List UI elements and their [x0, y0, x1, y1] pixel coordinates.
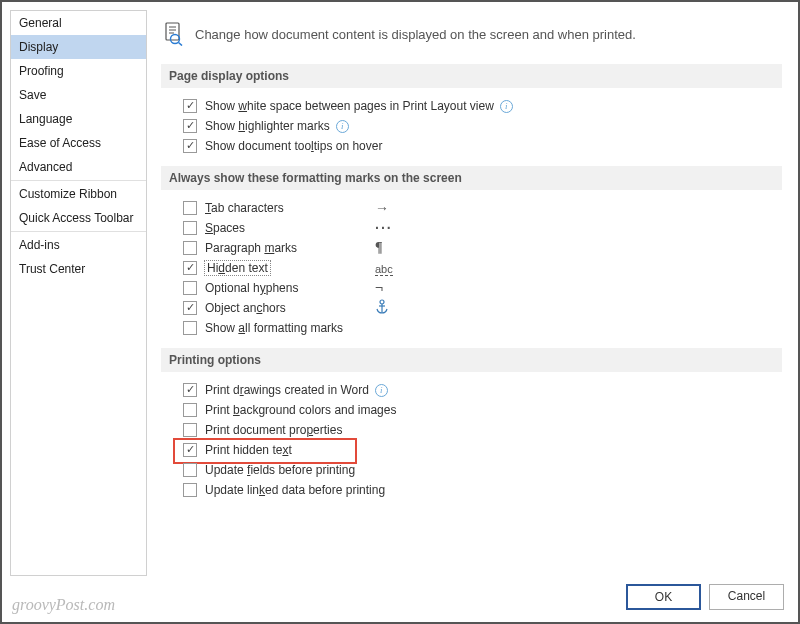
- sidebar-item-save[interactable]: Save: [11, 83, 146, 107]
- sidebar-item-add-ins[interactable]: Add-ins: [11, 233, 146, 257]
- svg-line-5: [179, 43, 183, 46]
- option-label: Object anchors: [205, 301, 286, 315]
- sidebar-item-language[interactable]: Language: [11, 107, 146, 131]
- option-row: Update linked data before printing: [183, 480, 782, 500]
- checkbox[interactable]: [183, 423, 197, 437]
- option-label: Optional hyphens: [205, 281, 298, 295]
- option-row: Paragraph marks¶: [183, 238, 782, 258]
- sidebar-separator: [11, 180, 146, 181]
- info-icon[interactable]: i: [375, 384, 388, 397]
- checkbox[interactable]: [183, 403, 197, 417]
- option-label: Show all formatting marks: [205, 321, 343, 335]
- panel-header: Change how document content is displayed…: [161, 18, 782, 58]
- svg-point-6: [380, 300, 384, 304]
- checkbox[interactable]: [183, 281, 197, 295]
- option-label: Tab characters: [205, 201, 284, 215]
- checkbox[interactable]: [183, 261, 197, 275]
- option-row: Print hidden text: [183, 440, 782, 460]
- option-row: Hidden textabc: [183, 258, 782, 278]
- checkbox[interactable]: [183, 241, 197, 255]
- svg-point-4: [171, 35, 180, 44]
- dialog-body: GeneralDisplayProofingSaveLanguageEase o…: [8, 8, 792, 578]
- not-symbol-icon: ¬: [375, 280, 383, 296]
- checkbox[interactable]: [183, 383, 197, 397]
- checkbox[interactable]: [183, 201, 197, 215]
- section-header-page-display: Page display options: [161, 64, 782, 88]
- checkbox[interactable]: [183, 301, 197, 315]
- option-label: Print document properties: [205, 423, 342, 437]
- abc-symbol-icon: abc: [375, 260, 393, 276]
- option-label: Hidden text: [205, 261, 270, 275]
- sidebar-item-proofing[interactable]: Proofing: [11, 59, 146, 83]
- option-row: Spaces···: [183, 218, 782, 238]
- sidebar-item-advanced[interactable]: Advanced: [11, 155, 146, 179]
- option-row: Print background colors and images: [183, 400, 782, 420]
- option-row: Show all formatting marks: [183, 318, 782, 338]
- sidebar-item-ease-of-access[interactable]: Ease of Access: [11, 131, 146, 155]
- ok-button[interactable]: OK: [626, 584, 701, 610]
- word-options-dialog: GeneralDisplayProofingSaveLanguageEase o…: [8, 8, 792, 616]
- option-row: Show highlighter marksi: [183, 116, 782, 136]
- pilcrow-symbol-icon: ¶: [375, 240, 383, 256]
- sidebar-item-quick-access-toolbar[interactable]: Quick Access Toolbar: [11, 206, 146, 230]
- section-header-formatting-marks: Always show these formatting marks on th…: [161, 166, 782, 190]
- option-label: Show document tooltips on hover: [205, 139, 382, 153]
- option-row: Print document properties: [183, 420, 782, 440]
- option-row: Object anchors: [183, 298, 782, 318]
- sidebar-item-trust-center[interactable]: Trust Center: [11, 257, 146, 281]
- sidebar-item-customize-ribbon[interactable]: Customize Ribbon: [11, 182, 146, 206]
- anchor-symbol-icon: [375, 299, 389, 318]
- page-display-options: Show white space between pages in Print …: [161, 96, 782, 160]
- option-label: Show highlighter marks: [205, 119, 330, 133]
- checkbox[interactable]: [183, 321, 197, 335]
- panel-title: Change how document content is displayed…: [195, 27, 636, 42]
- option-label: Print background colors and images: [205, 403, 396, 417]
- option-label: Update fields before printing: [205, 463, 355, 477]
- option-row: Show document tooltips on hover: [183, 136, 782, 156]
- dots-symbol-icon: ···: [375, 220, 393, 236]
- category-sidebar: GeneralDisplayProofingSaveLanguageEase o…: [10, 10, 147, 576]
- option-label: Print drawings created in Word: [205, 383, 369, 397]
- info-icon[interactable]: i: [336, 120, 349, 133]
- dialog-footer: OK Cancel: [8, 578, 792, 616]
- formatting-marks-options: Tab characters→Spaces···Paragraph marks¶…: [161, 198, 782, 342]
- display-panel: Change how document content is displayed…: [147, 10, 790, 576]
- checkbox[interactable]: [183, 119, 197, 133]
- checkbox[interactable]: [183, 443, 197, 457]
- svg-rect-0: [166, 23, 179, 40]
- option-row: Show white space between pages in Print …: [183, 96, 782, 116]
- checkbox[interactable]: [183, 463, 197, 477]
- checkbox[interactable]: [183, 99, 197, 113]
- option-label: Update linked data before printing: [205, 483, 385, 497]
- checkbox[interactable]: [183, 483, 197, 497]
- printing-options: Print drawings created in WordiPrint bac…: [161, 380, 782, 504]
- option-label: Show white space between pages in Print …: [205, 99, 494, 113]
- section-header-printing: Printing options: [161, 348, 782, 372]
- option-row: Tab characters→: [183, 198, 782, 218]
- checkbox[interactable]: [183, 221, 197, 235]
- sidebar-item-general[interactable]: General: [11, 11, 146, 35]
- display-preview-icon: [161, 22, 185, 46]
- cancel-button[interactable]: Cancel: [709, 584, 784, 610]
- checkbox[interactable]: [183, 139, 197, 153]
- sidebar-separator: [11, 231, 146, 232]
- option-label: Paragraph marks: [205, 241, 297, 255]
- option-row: Update fields before printing: [183, 460, 782, 480]
- arrow-symbol-icon: →: [375, 200, 389, 216]
- option-label: Print hidden text: [205, 443, 292, 457]
- info-icon[interactable]: i: [500, 100, 513, 113]
- option-row: Optional hyphens¬: [183, 278, 782, 298]
- option-label: Spaces: [205, 221, 245, 235]
- sidebar-item-display[interactable]: Display: [11, 35, 146, 59]
- option-row: Print drawings created in Wordi: [183, 380, 782, 400]
